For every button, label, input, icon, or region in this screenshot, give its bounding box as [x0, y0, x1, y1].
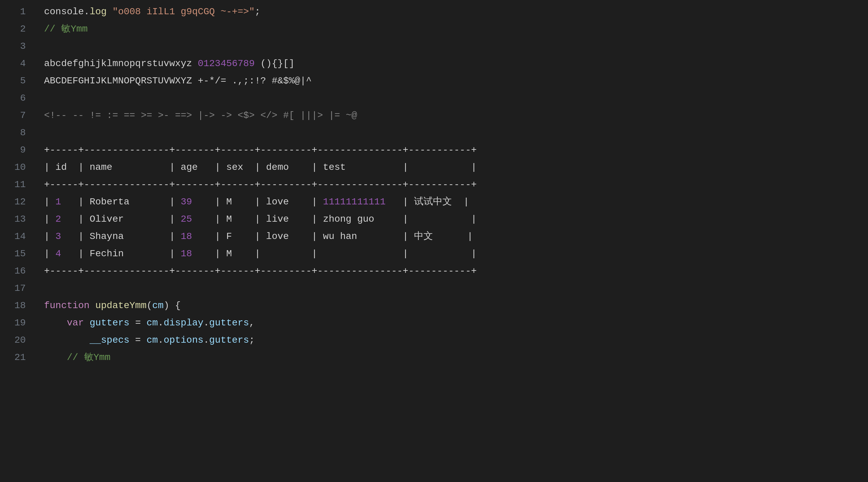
code-text: cm — [152, 298, 164, 314]
code-text: (){}[] — [255, 56, 295, 72]
code-text: | Roberta | — [61, 195, 181, 210]
code-text: | Shayna | — [61, 229, 181, 244]
code-text: 18 — [181, 246, 192, 262]
code-text: | — [44, 229, 56, 244]
code-text: . — [158, 316, 164, 331]
code-text: = — [129, 333, 146, 348]
line-num-11: 11 — [0, 176, 34, 194]
code-line-6 — [44, 90, 868, 107]
code-text: 3 — [56, 229, 61, 244]
line-num-10: 10 — [0, 159, 34, 176]
code-text: gutters — [209, 333, 249, 348]
code-text: ; — [249, 333, 255, 348]
code-line-20: __specs = cm.options.gutters; — [44, 332, 868, 349]
code-text: 0123456789 — [198, 56, 255, 72]
code-text: . — [158, 333, 164, 348]
code-text — [107, 4, 112, 20]
code-line-12: | 1 | Roberta | 39 | M | love | 11111111… — [44, 194, 868, 211]
code-line-15: | 4 | Fechin | 18 | M | | | | — [44, 245, 868, 263]
line-num-18: 18 — [0, 297, 34, 315]
line-num-16: 16 — [0, 263, 34, 280]
code-text: ; — [255, 4, 261, 20]
code-text: function — [44, 298, 89, 314]
code-text: __specs — [89, 333, 129, 348]
code-text: | Oliver | — [61, 212, 181, 227]
code-text: cm — [146, 333, 158, 348]
code-text: var — [67, 316, 84, 331]
code-text: +-----+---------------+-------+------+--… — [44, 177, 477, 193]
code-line-3 — [44, 38, 868, 55]
code-text — [44, 333, 89, 348]
code-text: 4 — [56, 246, 61, 262]
code-text: | M | | | | — [192, 246, 477, 262]
code-text: cm — [147, 316, 158, 331]
code-line-1: console.log "o008 iIlL1 g9qCGQ ~-+=>"; — [44, 3, 868, 21]
code-text: | F | love | wu han | 中文 | — [192, 229, 473, 244]
code-editor: 1 2 3 4 5 6 7 8 9 10 11 12 13 14 15 16 1… — [0, 0, 868, 482]
code-text: +-----+---------------+-------+------+--… — [44, 143, 477, 158]
line-num-1: 1 — [0, 3, 34, 21]
code-text: | M | live | zhong guo | | — [192, 212, 477, 227]
code-text: 11111111111 — [323, 195, 386, 210]
code-text: log — [89, 4, 106, 20]
line-num-5: 5 — [0, 73, 34, 90]
code-text: | — [44, 246, 56, 262]
code-line-16: +-----+---------------+-------+------+--… — [44, 263, 868, 280]
code-text: gutters — [209, 316, 249, 331]
code-text — [84, 316, 90, 331]
code-text: ( — [146, 298, 152, 314]
code-text: +-----+---------------+-------+------+--… — [44, 264, 477, 279]
code-line-4: abcdefghijklmnopqrstuvwxyz 0123456789 ()… — [44, 55, 868, 73]
code-line-9: +-----+---------------+-------+------+--… — [44, 142, 868, 159]
code-text: ABCDEFGHIJKLMNOPQRSTUVWXYZ +-*/= .,;:!? … — [44, 74, 312, 89]
code-line-11: +-----+---------------+-------+------+--… — [44, 176, 868, 194]
line-num-17: 17 — [0, 280, 34, 297]
line-num-14: 14 — [0, 228, 34, 245]
line-num-4: 4 — [0, 55, 34, 73]
code-text: ) { — [164, 298, 181, 314]
code-text: "o008 iIlL1 g9qCGQ ~-+=>" — [112, 4, 255, 20]
code-text: | 试试中文 | — [386, 195, 469, 210]
line-num-19: 19 — [0, 315, 34, 332]
code-text: | Fechin | — [61, 246, 181, 262]
code-text: 18 — [181, 229, 192, 244]
code-text: | M | love | — [192, 195, 323, 210]
code-text: 39 — [181, 195, 192, 210]
line-num-20: 20 — [0, 332, 34, 349]
code-text: = — [129, 316, 146, 331]
code-text: | — [44, 195, 56, 210]
code-text: abcdefghijklmnopqrstuvwxyz — [44, 56, 198, 72]
code-text: 1 — [56, 195, 61, 210]
code-text: 25 — [181, 212, 192, 227]
code-text: | id | name | age | sex | demo | test | … — [44, 160, 477, 175]
code-text: 2 — [56, 212, 61, 227]
line-num-2: 2 — [0, 21, 34, 38]
code-text — [89, 298, 95, 314]
code-text: display — [164, 316, 204, 331]
code-line-8 — [44, 124, 868, 142]
code-text: , — [249, 316, 255, 331]
code-text — [44, 316, 67, 331]
line-num-8: 8 — [0, 124, 34, 142]
code-line-7: <!-- -- != := == >= >- ==> |-> -> <$> </… — [44, 107, 868, 124]
code-line-19: var gutters = cm.display.gutters, — [44, 315, 868, 332]
code-content[interactable]: console.log "o008 iIlL1 g9qCGQ ~-+=>"; /… — [34, 0, 868, 482]
code-text: // 敏Ymm — [44, 22, 88, 37]
line-num-21: 21 — [0, 349, 34, 366]
line-num-12: 12 — [0, 194, 34, 211]
line-num-15: 15 — [0, 245, 34, 263]
code-line-14: | 3 | Shayna | 18 | F | love | wu han | … — [44, 228, 868, 245]
code-text: // 敏Ymm — [67, 350, 110, 365]
code-text: . — [204, 333, 209, 348]
code-text: gutters — [89, 316, 129, 331]
line-num-6: 6 — [0, 90, 34, 107]
code-text: <!-- -- != := == >= >- ==> |-> -> <$> </… — [44, 108, 357, 123]
code-line-2: // 敏Ymm — [44, 21, 868, 38]
code-text: updateYmm — [95, 298, 146, 314]
code-line-18: function updateYmm(cm) { — [44, 297, 868, 315]
code-text: options — [164, 333, 204, 348]
line-num-9: 9 — [0, 142, 34, 159]
code-text: | — [44, 212, 56, 227]
line-num-3: 3 — [0, 38, 34, 55]
code-text — [44, 350, 67, 365]
